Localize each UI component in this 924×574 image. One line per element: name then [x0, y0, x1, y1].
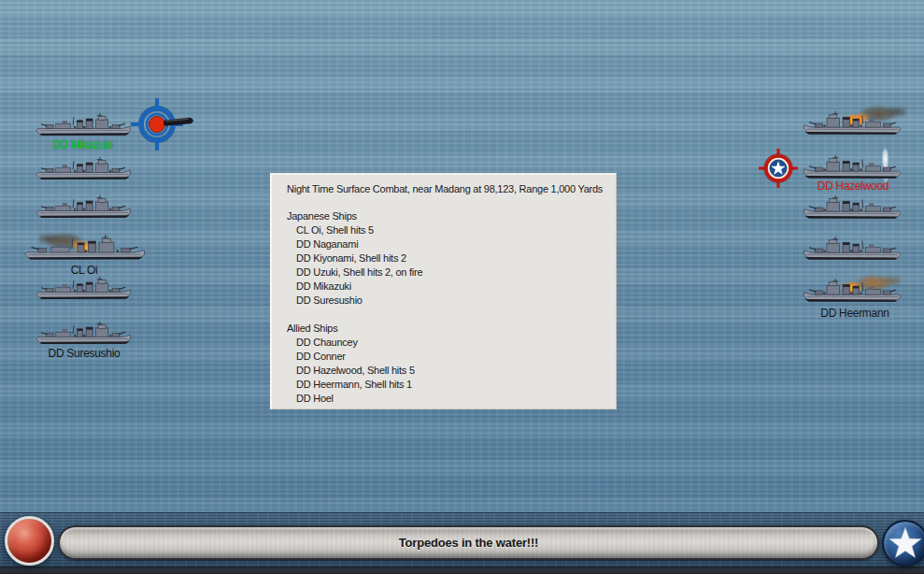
- white-star-icon: [887, 524, 924, 562]
- report-line: CL Oi, Shell hits 5: [287, 223, 606, 237]
- ship-dd-chauncey: [802, 110, 903, 137]
- ship-cl-oi: [22, 235, 148, 263]
- bottom-edge-strip: [0, 567, 924, 574]
- ship-dd-hazelwood: [802, 154, 903, 181]
- ship-label-dd-heermann: DD Heermann: [803, 308, 906, 320]
- status-message: Torpedoes in the water!!!: [399, 536, 538, 550]
- ship-label-dd-hazelwood: DD Hazelwood: [802, 180, 904, 193]
- ship-dd-heermann: [802, 278, 903, 305]
- status-message-bar: Torpedoes in the water!!!: [58, 525, 879, 560]
- report-line: DD Mikazuki: [287, 280, 606, 294]
- ship-dd-suresushio: [35, 321, 133, 347]
- report-section-header-allied: Allied Ships: [287, 322, 606, 336]
- report-line: DD Chauncey: [287, 336, 606, 350]
- report-line: DD Hoel: [287, 392, 606, 406]
- ship-dd-mikazuki: [35, 112, 133, 138]
- report-line: DD Heermann, Shell hits 1: [287, 378, 606, 392]
- ship-dd-conner: [802, 194, 903, 222]
- report-line: DD Naganami: [287, 237, 606, 251]
- naval-combat-scene: DD Mikazuki CL Oi DD Suresushio: [0, 0, 924, 574]
- report-line: DD Hazelwood, Shell hits 5: [287, 364, 606, 378]
- ship-dd-hoel: [802, 236, 903, 263]
- allied-target-reticle-icon: [758, 148, 799, 189]
- ship-dd-kiyonami: [35, 194, 133, 221]
- ship-dd-uzuki: [35, 276, 133, 302]
- ship-dd-naganami: [35, 156, 133, 182]
- red-sphere-button[interactable]: [5, 516, 54, 566]
- report-line: DD Suresushio: [287, 294, 606, 308]
- japanese-target-reticle-icon: [129, 96, 219, 152]
- ship-label-dd-mikazuki: DD Mikazuki: [31, 139, 134, 151]
- report-section-header-japanese: Japanese Ships: [287, 209, 606, 223]
- report-line: DD Conner: [287, 350, 606, 364]
- ship-label-dd-suresushio: DD Suresushio: [33, 348, 135, 360]
- star-roundel-button[interactable]: [882, 520, 924, 567]
- combat-report-title: Night Time Surface Combat, near Madang a…: [287, 182, 606, 196]
- report-line: DD Uzuki, Shell hits 2, on fire: [287, 265, 606, 280]
- combat-report-dialog: Night Time Surface Combat, near Madang a…: [270, 173, 617, 409]
- report-line: DD Kiyonami, Shell hits 2: [287, 251, 606, 265]
